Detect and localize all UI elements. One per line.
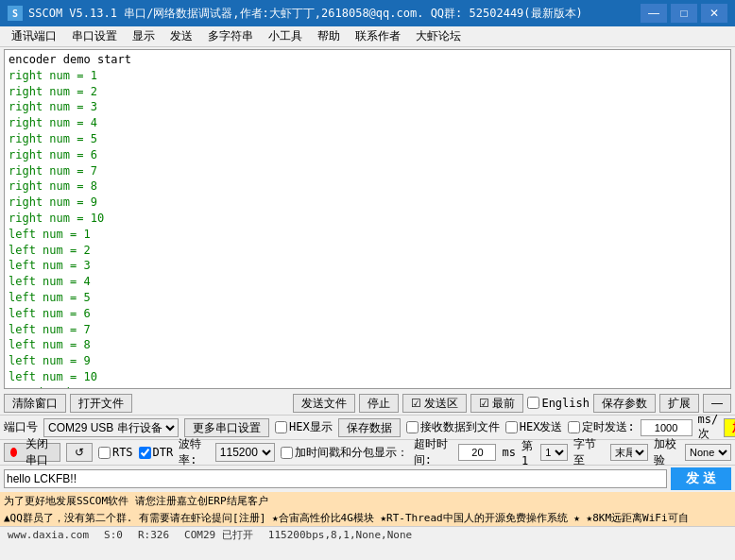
terminal-line: right num = 4 bbox=[9, 115, 726, 131]
menu-item-发送[interactable]: 发送 bbox=[162, 26, 200, 46]
status-bar: www.daxia.com S:0 R:326 COM29 已打开 115200… bbox=[0, 526, 735, 543]
add-time-label[interactable]: 加时间戳和分包显示： bbox=[281, 445, 408, 461]
expand-button[interactable]: 扩展 bbox=[659, 394, 699, 413]
dash-button[interactable]: — bbox=[703, 394, 731, 413]
dtr-checkbox[interactable] bbox=[139, 447, 151, 459]
menu-item-串口设置[interactable]: 串口设置 bbox=[64, 26, 125, 46]
timeout-unit: ms bbox=[502, 446, 515, 459]
terminal-line: encoder demo start bbox=[9, 52, 726, 68]
terminal-line: left num = 8 bbox=[9, 337, 726, 353]
menu-item-大虾论坛[interactable]: 大虾论坛 bbox=[408, 26, 469, 46]
title-bar: S SSCOM V5.13.1 串口/网络数据调试器,作者:大虾丁丁,26180… bbox=[0, 0, 735, 26]
hex-send-label[interactable]: HEX发送 bbox=[505, 419, 563, 435]
send-zone-button[interactable]: ☑ 发送区 bbox=[402, 394, 467, 413]
r-status: R:326 bbox=[138, 529, 169, 541]
app-icon: S bbox=[8, 6, 23, 21]
terminal-line: right num = 10 bbox=[9, 211, 726, 227]
minimize-button[interactable]: — bbox=[641, 4, 667, 23]
from-select[interactable]: 1 bbox=[540, 444, 568, 461]
menu-item-通讯端口[interactable]: 通讯端口 bbox=[4, 26, 64, 46]
baud-label: 波特率: bbox=[179, 436, 210, 468]
terminal-line: right num = 1 bbox=[9, 68, 726, 84]
menu-item-显示[interactable]: 显示 bbox=[125, 26, 162, 46]
promo-row1: 为了更好地发展SSCOM软件 请您注册嘉立创ERP结尾客户 bbox=[0, 492, 735, 509]
hex-display-checkbox[interactable] bbox=[275, 421, 287, 433]
add-time-checkbox[interactable] bbox=[281, 447, 293, 459]
terminal-line: left num = 10 bbox=[9, 369, 726, 385]
hex-send-checkbox[interactable] bbox=[505, 421, 518, 433]
menu-item-多字符串[interactable]: 多字符串 bbox=[200, 26, 261, 46]
terminal-line: right num = 6 bbox=[9, 147, 726, 163]
terminal-line: left num = 2 bbox=[9, 243, 726, 259]
send-area: 发 送 bbox=[0, 466, 735, 492]
maximize-button[interactable]: □ bbox=[671, 4, 697, 23]
menu-bar: 通讯端口串口设置显示发送多字符串小工具帮助联系作者大虾论坛 bbox=[0, 26, 735, 47]
terminal-line: right num = 3 bbox=[9, 99, 726, 115]
terminal-line: left num = 3 bbox=[9, 258, 726, 274]
add-crlf-button[interactable]: 加回车换行▼ bbox=[724, 418, 735, 437]
english-checkbox[interactable] bbox=[527, 397, 539, 409]
terminal-line: right num = 5 bbox=[9, 131, 726, 147]
terminal-line: left num = 7 bbox=[9, 322, 726, 338]
recv-to-file-label[interactable]: 接收数据到文件 bbox=[406, 419, 500, 435]
tail-select[interactable]: 末尾 bbox=[610, 444, 648, 461]
timed-value-input[interactable] bbox=[641, 419, 692, 436]
settings-row1: 关闭串口 ↺ RTS DTR 波特率: 115200 加时间戳和分包显示： 超时… bbox=[4, 442, 731, 463]
multi-port-button[interactable]: 更多串口设置 bbox=[184, 418, 269, 437]
menu-item-小工具[interactable]: 小工具 bbox=[261, 26, 310, 46]
terminal-line: right num = 8 bbox=[9, 178, 726, 195]
dtr-label[interactable]: DTR bbox=[139, 446, 174, 459]
stop-button[interactable]: 停止 bbox=[359, 394, 399, 413]
save-param-button[interactable]: 保存参数 bbox=[593, 394, 656, 413]
terminal-line: left num = 6 bbox=[9, 306, 726, 322]
rts-label[interactable]: RTS bbox=[98, 446, 133, 459]
baud-select[interactable]: 115200 bbox=[215, 443, 275, 462]
send-file-button[interactable]: 发送文件 bbox=[293, 394, 355, 413]
terminal-line: right num = 7 bbox=[9, 163, 726, 179]
terminal-line: left num = 4 bbox=[9, 274, 726, 290]
byte-label: 字节 至 bbox=[573, 436, 605, 468]
settings-area: 关闭串口 ↺ RTS DTR 波特率: 115200 加时间戳和分包显示： 超时… bbox=[0, 440, 735, 466]
terminal-line: left num = 5 bbox=[9, 290, 726, 306]
from-label: 第1 bbox=[521, 438, 535, 467]
menu-item-帮助[interactable]: 帮助 bbox=[310, 26, 348, 46]
title-controls: — □ ✕ bbox=[641, 4, 727, 23]
port-select[interactable]: COM29 USB 串行设备 bbox=[43, 418, 179, 437]
timed-unit: ms/次 bbox=[698, 413, 719, 442]
refresh-port-button[interactable]: ↺ bbox=[66, 443, 93, 462]
close-port-button[interactable]: 关闭串口 bbox=[4, 443, 60, 462]
save-data-button[interactable]: 保存数据 bbox=[338, 418, 401, 437]
recv-to-file-checkbox[interactable] bbox=[406, 421, 419, 433]
promo-row2: ▲QQ群员了，没有第二个群. 有需要请在虾论提问[注册] ★合宙高性价比4G模块… bbox=[0, 509, 735, 526]
s-status: S:0 bbox=[104, 529, 123, 541]
english-label[interactable]: English bbox=[527, 397, 590, 410]
port-status: COM29 已打开 bbox=[184, 528, 253, 542]
latest-button[interactable]: ☑ 最前 bbox=[470, 394, 523, 413]
send-button[interactable]: 发 送 bbox=[671, 467, 731, 490]
open-file-button[interactable]: 打开文件 bbox=[70, 394, 132, 413]
rts-checkbox[interactable] bbox=[98, 447, 111, 459]
timed-send-label[interactable]: 定时发送: bbox=[568, 419, 634, 435]
toolbar-row: 清除窗口 打开文件 发送文件 停止 ☑ 发送区 ☑ 最前 English 保存参… bbox=[0, 391, 735, 416]
terminal-line: left num = 1 bbox=[9, 227, 726, 243]
checksum-select[interactable]: None bbox=[685, 444, 731, 461]
close-button[interactable]: ✕ bbox=[701, 4, 727, 23]
title-left: S SSCOM V5.13.1 串口/网络数据调试器,作者:大虾丁丁,26180… bbox=[8, 6, 583, 22]
port-row: 端口号 COM29 USB 串行设备 更多串口设置 HEX显示 保存数据 接收数… bbox=[0, 416, 735, 440]
terminal-line: Encoder down bbox=[9, 385, 726, 389]
title-text: SSCOM V5.13.1 串口/网络数据调试器,作者:大虾丁丁,2618058… bbox=[28, 6, 583, 22]
terminal-line: right num = 2 bbox=[9, 84, 726, 100]
terminal-output: encoder demo startright num = 1right num… bbox=[4, 49, 731, 389]
timed-send-checkbox[interactable] bbox=[568, 421, 580, 433]
send-input[interactable] bbox=[4, 469, 667, 488]
website-status: www.daxia.com bbox=[8, 529, 89, 541]
terminal-line: left num = 9 bbox=[9, 353, 726, 369]
clear-window-button[interactable]: 清除窗口 bbox=[4, 394, 66, 413]
timeout-label: 超时时间: bbox=[414, 436, 453, 468]
hex-display-label[interactable]: HEX显示 bbox=[275, 419, 333, 435]
timeout-input[interactable] bbox=[458, 444, 496, 461]
baud-status: 115200bps,8,1,None,None bbox=[268, 529, 412, 541]
port-status-dot bbox=[10, 448, 17, 457]
port-label: 端口号 bbox=[4, 419, 38, 435]
menu-item-联系作者[interactable]: 联系作者 bbox=[348, 26, 408, 46]
